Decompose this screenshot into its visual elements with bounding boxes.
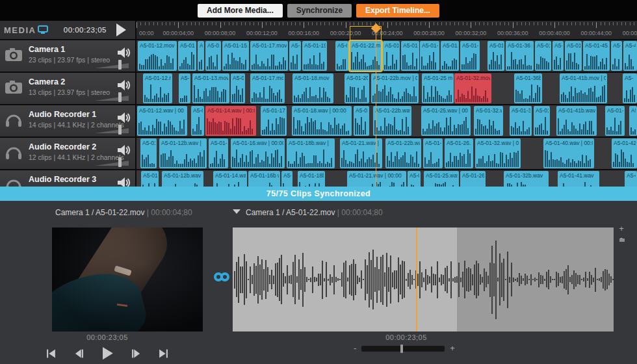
skip-end-button[interactable] bbox=[158, 348, 169, 359]
volume-slider[interactable] bbox=[95, 95, 129, 101]
clip[interactable]: A5-01-18 bbox=[289, 41, 301, 71]
clip[interactable]: A5-01-25.wav bbox=[424, 171, 459, 187]
clip[interactable]: A5-01- bbox=[488, 41, 504, 71]
clip[interactable]: A5-01-13 bbox=[178, 41, 196, 71]
chevron-down-icon[interactable] bbox=[233, 209, 240, 214]
clip[interactable]: A5-01-41.wav bbox=[558, 171, 599, 187]
clip[interactable]: A5-01-16.wav | 00:00 bbox=[231, 138, 285, 168]
vertical-zoom-in-button[interactable]: + bbox=[616, 224, 627, 233]
clip[interactable]: A5-01-1 bbox=[209, 138, 228, 168]
clip[interactable]: A5-01-22.mov bbox=[350, 41, 382, 71]
clip[interactable]: A5-01-17b. bbox=[261, 106, 287, 136]
clip[interactable]: A5-01-26b bbox=[460, 171, 486, 187]
time-ruler[interactable]: 00:0000:00:04;0000:00:08;0000:00:12;0000… bbox=[136, 21, 637, 39]
clip[interactable]: A5-4 bbox=[623, 41, 637, 71]
clip[interactable]: A5-01-25.wav | 00 bbox=[421, 106, 471, 136]
volume-slider[interactable] bbox=[95, 62, 129, 68]
zoom-slider[interactable] bbox=[361, 346, 445, 352]
clip[interactable]: A5-01- bbox=[625, 171, 637, 187]
clip[interactable]: A5-01-18b bbox=[298, 171, 325, 187]
clip[interactable]: A5-01-41b.wav bbox=[556, 106, 597, 136]
clip[interactable]: A5-0 bbox=[281, 171, 292, 187]
clip[interactable]: A5-01-25 m bbox=[422, 73, 454, 103]
clip[interactable]: A5-0 bbox=[191, 106, 204, 136]
clip[interactable]: A5-01 bbox=[565, 41, 582, 71]
media-track-row-4[interactable]: Audio Recorder 212 clips | 44.1 KHz | 2 … bbox=[0, 138, 135, 169]
clip[interactable]: A5-01-17.mov bbox=[250, 41, 288, 71]
media-track-row-5[interactable]: Audio Recorder 3 bbox=[0, 170, 135, 187]
clip[interactable]: A5-01-22b.mov | 0 bbox=[371, 73, 419, 103]
clip[interactable]: A5-01 bbox=[535, 41, 551, 71]
clip[interactable]: A5-01-36 m bbox=[506, 41, 534, 71]
clip[interactable]: A5-01 bbox=[231, 73, 245, 103]
clip[interactable]: A5-0 bbox=[552, 41, 564, 71]
clip[interactable]: A5-01-18.mov bbox=[292, 73, 333, 103]
clip[interactable]: A5-01-17.mov bbox=[250, 73, 285, 103]
volume-slider[interactable] bbox=[95, 127, 129, 133]
speaker-icon[interactable] bbox=[116, 144, 131, 157]
clip[interactable]: A5-0 bbox=[408, 171, 421, 187]
volume-handle[interactable] bbox=[118, 60, 122, 70]
speaker-icon[interactable] bbox=[116, 79, 131, 92]
clip[interactable]: A5-01-3 bbox=[460, 41, 480, 71]
clip[interactable]: A5-01-12b.wav bbox=[162, 171, 203, 187]
speaker-icon[interactable] bbox=[116, 46, 131, 59]
clip[interactable]: A5-01-18.wav | 00:00 bbox=[292, 106, 352, 136]
clip[interactable]: A5-01-21 bbox=[335, 41, 348, 71]
play-button-master[interactable] bbox=[116, 23, 126, 36]
zoom-slider-handle[interactable] bbox=[400, 344, 403, 353]
clip[interactable]: A5-01-12b.wav | bbox=[159, 138, 207, 168]
clip[interactable]: A5-01-45 m bbox=[583, 41, 610, 71]
clip[interactable]: A5-01-12.m bbox=[143, 73, 172, 103]
volume-handle[interactable] bbox=[118, 92, 122, 102]
clip[interactable]: A5-01-32.w bbox=[474, 106, 503, 136]
clip[interactable]: A5-01-42 bbox=[612, 138, 637, 168]
clip[interactable]: A5-01-19 bbox=[302, 41, 327, 71]
zoom-in-button[interactable]: + bbox=[450, 344, 455, 352]
volume-handle[interactable] bbox=[118, 125, 122, 135]
step-forward-button[interactable] bbox=[131, 348, 142, 359]
detail-playhead-line[interactable] bbox=[416, 228, 417, 332]
clip[interactable]: A5-01-12.mov bbox=[138, 41, 177, 71]
clip[interactable]: A5-01-2 bbox=[423, 138, 443, 168]
speaker-icon[interactable] bbox=[116, 111, 131, 124]
clip[interactable]: A5-01-22b.wav bbox=[373, 106, 411, 136]
clip[interactable]: A5-01 bbox=[534, 106, 550, 136]
clip[interactable]: A5-01-16b w bbox=[248, 171, 280, 187]
speaker-icon[interactable] bbox=[116, 176, 131, 187]
media-track-row-1[interactable]: Camera 123 clips | 23.97 fps | stereo bbox=[0, 40, 135, 72]
clip[interactable]: A5- bbox=[623, 73, 637, 103]
clip[interactable]: A5-01-32b.wav bbox=[504, 171, 549, 187]
clip[interactable]: A5-01-40.wav | 00:0 bbox=[543, 138, 594, 168]
play-button[interactable] bbox=[101, 346, 114, 360]
clip[interactable]: A5-01- bbox=[441, 41, 459, 71]
clip[interactable]: A5-01- bbox=[605, 106, 625, 136]
media-track-row-3[interactable]: Audio Recorder 114 clips | 44.1 KHz | 2 … bbox=[0, 105, 135, 136]
clip[interactable]: A5-01-26. bbox=[445, 138, 473, 168]
clip[interactable]: A5-01-12.wav | 00 bbox=[137, 106, 187, 136]
clip[interactable]: A5-01-20 bbox=[344, 73, 369, 103]
clip[interactable]: A5-01-32.wav | 0 bbox=[475, 138, 521, 168]
zoom-out-button[interactable]: - bbox=[354, 344, 356, 352]
clip[interactable]: A5-01- bbox=[141, 171, 159, 187]
export-timeline-button[interactable]: Export Timeline... bbox=[356, 4, 439, 18]
clip[interactable]: A5-01-32.mov bbox=[454, 73, 491, 103]
clip[interactable]: A5-01 bbox=[354, 106, 369, 136]
clip[interactable]: A5-01-14.wav | 00:0 bbox=[205, 106, 256, 136]
clip[interactable]: A5-0 bbox=[179, 73, 190, 103]
add-more-media-button[interactable]: Add More Media... bbox=[198, 4, 283, 18]
clip[interactable]: A5-01-14.wav bbox=[213, 171, 247, 187]
clip[interactable]: A5-01-36 bbox=[510, 106, 532, 136]
clip[interactable]: A5-01-1 bbox=[420, 41, 439, 71]
clip[interactable]: A5 bbox=[198, 41, 204, 71]
clip[interactable]: A5-01-36b. bbox=[514, 73, 542, 103]
waveform-detail-panel[interactable] bbox=[233, 228, 614, 332]
clip[interactable]: A5-01-24 bbox=[401, 41, 419, 71]
volume-slider[interactable] bbox=[95, 160, 129, 166]
clip[interactable]: A5-01 bbox=[140, 138, 157, 168]
link-sync-icon[interactable] bbox=[213, 271, 230, 285]
volume-handle[interactable] bbox=[118, 157, 122, 167]
clip[interactable]: A5 bbox=[629, 106, 637, 136]
clip[interactable]: A5-01-13.mov bbox=[192, 73, 229, 103]
clip[interactable]: A5-01-15.m bbox=[222, 41, 249, 71]
